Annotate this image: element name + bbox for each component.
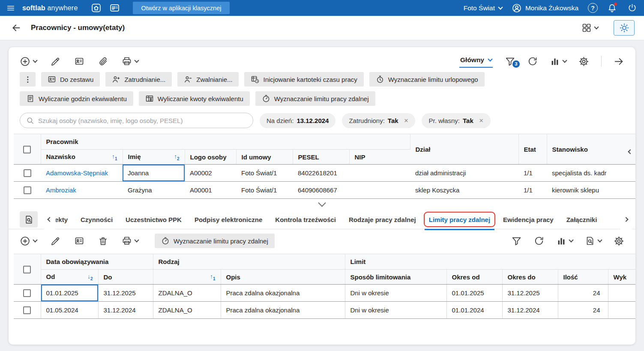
cell-okres-od[interactable]: 01.01.2025 bbox=[446, 285, 502, 302]
news-icon[interactable] bbox=[108, 2, 121, 14]
cell-okres-do[interactable]: 31.12.2024 bbox=[502, 302, 558, 319]
open-classic-app-button[interactable]: Otwórz w aplikacji klasycznej bbox=[133, 2, 230, 14]
cell-wyk[interactable] bbox=[608, 302, 635, 319]
table-row[interactable]: Adamowska-Stępniak Joanna A00002 Foto Św… bbox=[14, 165, 635, 182]
cell-logo[interactable]: A00001 bbox=[185, 182, 236, 199]
refresh-button[interactable] bbox=[527, 56, 538, 66]
cell-imie-selected[interactable]: Joanna bbox=[123, 165, 185, 182]
cell-opis[interactable]: Praca zdalna okazjonalna bbox=[221, 285, 345, 302]
chip-pr-wlasny[interactable]: Pr. własny: Tak ✕ bbox=[422, 113, 490, 128]
cell-pesel[interactable]: 84022618201 bbox=[293, 165, 349, 182]
tab-obiekty[interactable]: Obiekty bbox=[56, 209, 68, 230]
column-rodzaj-kod[interactable]: ↑1 bbox=[153, 270, 221, 285]
select-all-checkbox[interactable] bbox=[23, 146, 31, 153]
chevron-down-icon[interactable] bbox=[33, 58, 37, 63]
cell-nazwisko[interactable]: Ambroziak bbox=[41, 182, 123, 199]
action-do-zestawu[interactable]: Do zestawu bbox=[41, 72, 100, 87]
column-okres-do[interactable]: Okres do bbox=[502, 270, 558, 285]
action-inicjowanie-kartoteki[interactable]: Inicjowanie kartoteki czasu pracy bbox=[244, 72, 363, 87]
cell-rodzaj[interactable]: ZDALNA_O bbox=[153, 285, 221, 302]
action-zatrudnianie[interactable]: Zatrudnianie... bbox=[105, 72, 172, 87]
column-ilosc[interactable]: Ilość bbox=[558, 270, 608, 285]
power-logout-icon[interactable] bbox=[626, 2, 638, 14]
card-view-button[interactable] bbox=[74, 56, 84, 66]
search-input[interactable] bbox=[38, 117, 247, 124]
chart-limits-button[interactable] bbox=[556, 236, 573, 246]
cell-okres-od[interactable]: 01.01.2024 bbox=[446, 302, 502, 319]
cell-id-umowy[interactable]: Foto Świat/1 bbox=[236, 182, 293, 199]
tabs-scroll-right[interactable] bbox=[620, 210, 632, 229]
chevron-down-icon[interactable] bbox=[134, 237, 139, 242]
cell-do[interactable]: 31.12.2024 bbox=[98, 302, 153, 319]
edit-button[interactable] bbox=[51, 57, 60, 66]
row-checkbox[interactable] bbox=[24, 186, 31, 194]
tab-podpisy-elektroniczne[interactable]: Podpisy elektroniczne bbox=[195, 209, 262, 230]
chevron-down-icon[interactable] bbox=[569, 237, 573, 242]
chart-button[interactable] bbox=[550, 56, 566, 66]
action-limit-pracy-zdalnej[interactable]: Wyznaczanie limitu pracy zdalnej bbox=[255, 91, 375, 106]
column-do[interactable]: Do bbox=[98, 270, 153, 285]
add-limit-button[interactable] bbox=[20, 236, 37, 246]
column-pesel[interactable]: PESEL bbox=[293, 150, 349, 165]
refresh-limits-button[interactable] bbox=[534, 236, 544, 246]
attachments-button[interactable] bbox=[98, 57, 108, 66]
tab-rodzaje-pracy-zdalnej[interactable]: Rodzaje pracy zdalnej bbox=[349, 209, 416, 230]
print-button[interactable] bbox=[122, 56, 138, 66]
select-all-checkbox[interactable] bbox=[23, 266, 31, 273]
view-selector[interactable]: Główny bbox=[459, 55, 493, 68]
filter-button[interactable]: 3 bbox=[505, 56, 515, 67]
row-checkbox[interactable] bbox=[23, 306, 31, 314]
settings-button[interactable] bbox=[578, 56, 589, 67]
print-limits-button[interactable] bbox=[122, 236, 138, 246]
cell-id-umowy[interactable]: Foto Świat/1 bbox=[236, 165, 293, 182]
cell-ilosc[interactable]: 24 bbox=[558, 285, 608, 302]
cell-nip[interactable] bbox=[349, 165, 410, 182]
column-wyk[interactable]: Wyk bbox=[608, 270, 635, 285]
close-icon[interactable]: ✕ bbox=[404, 117, 409, 124]
row-select-cell[interactable] bbox=[14, 165, 41, 182]
cell-stanowisko[interactable]: specjalista ds. kadr bbox=[547, 165, 635, 182]
back-arrow-icon[interactable] bbox=[11, 23, 21, 33]
cell-rodzaj[interactable]: ZDALNA_O bbox=[153, 302, 221, 319]
cell-sposob[interactable]: Dni w okresie bbox=[345, 285, 446, 302]
column-nazwisko[interactable]: Nazwisko↑1 bbox=[41, 150, 123, 165]
search-box[interactable] bbox=[20, 113, 253, 128]
add-button[interactable] bbox=[20, 56, 37, 67]
cell-opis[interactable]: Praca zdalna okazjonalna bbox=[221, 302, 345, 319]
column-sposob-limitowania[interactable]: Sposób limitowania bbox=[345, 270, 446, 285]
limit-card-button[interactable] bbox=[74, 236, 84, 246]
action-wyznaczanie-limitu[interactable]: Wyznaczanie limitu pracy zdalnej bbox=[155, 234, 275, 248]
cell-od[interactable]: 01.05.2024 bbox=[41, 302, 98, 319]
tab-uczestnictwo-ppk[interactable]: Uczestnictwo PPK bbox=[126, 209, 182, 230]
column-imie[interactable]: Imię↑2 bbox=[123, 150, 185, 165]
column-logo-osoby[interactable]: Logo osoby bbox=[185, 150, 236, 165]
cell-pesel[interactable]: 64090608667 bbox=[293, 182, 349, 199]
close-icon[interactable]: ✕ bbox=[479, 117, 484, 124]
cell-ilosc[interactable]: 24 bbox=[558, 302, 608, 319]
chevron-down-icon[interactable] bbox=[134, 58, 139, 63]
cell-dzial[interactable]: sklep Koszycka bbox=[410, 182, 518, 199]
filter-limits-button[interactable] bbox=[511, 236, 522, 246]
cell-dzial[interactable]: dział administracji bbox=[410, 165, 518, 182]
tab-limity-pracy-zdalnej[interactable]: Limity pracy zdalnej bbox=[429, 209, 490, 230]
column-dzial[interactable]: Dział bbox=[410, 134, 518, 165]
cell-imie[interactable]: Grażyna bbox=[123, 182, 185, 199]
open-record-button[interactable] bbox=[614, 56, 624, 67]
chip-na-dzien[interactable]: Na dzień: 13.12.2024 bbox=[260, 113, 335, 128]
chevron-down-icon[interactable] bbox=[597, 237, 602, 242]
delete-limit-button[interactable] bbox=[98, 236, 108, 246]
table-row[interactable]: Ambroziak Grażyna A00001 Foto Świat/1 64… bbox=[14, 182, 635, 199]
cell-sposob[interactable]: Dni w okresie bbox=[345, 302, 446, 319]
cell-logo[interactable]: A00002 bbox=[185, 165, 236, 182]
tab-zalaczniki[interactable]: Załączniki bbox=[566, 209, 597, 230]
notifications-bell-icon[interactable] bbox=[607, 3, 617, 13]
layout-switcher[interactable] bbox=[581, 23, 598, 33]
cell-nazwisko[interactable]: Adamowska-Stępniak bbox=[41, 165, 123, 182]
action-limit-urlopowy[interactable]: Wyznaczanie limitu urlopowego bbox=[369, 72, 485, 87]
home-icon[interactable] bbox=[90, 2, 102, 14]
cell-etat[interactable]: 1/1 bbox=[518, 165, 547, 182]
select-all-cell[interactable] bbox=[14, 254, 41, 285]
column-od[interactable]: Od↓2 bbox=[41, 270, 98, 285]
column-id-umowy[interactable]: Id umowy bbox=[236, 150, 293, 165]
column-etat[interactable]: Etat bbox=[518, 134, 547, 165]
